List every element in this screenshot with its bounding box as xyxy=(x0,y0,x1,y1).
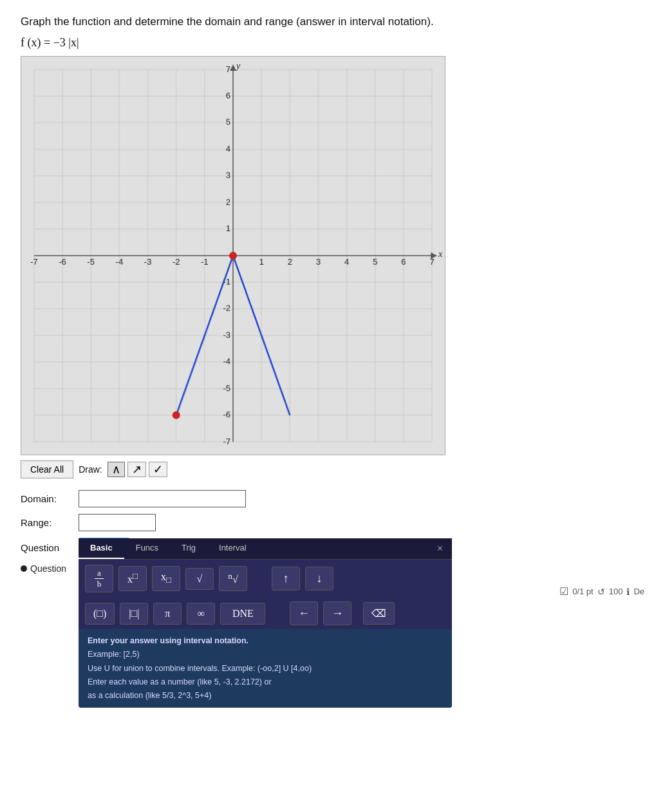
kb-right-btn[interactable]: → xyxy=(323,601,351,625)
kb-abs-btn[interactable]: |□| xyxy=(120,603,148,625)
kb-left-btn[interactable]: ← xyxy=(290,601,318,625)
kb-tab-basic[interactable]: Basic xyxy=(79,538,124,559)
kb-buttons-row2: (□) |□| π ∞ DNE ← → ⌫ xyxy=(79,598,452,629)
domain-row: Domain: xyxy=(21,490,644,507)
history-text: 100 xyxy=(609,587,623,596)
draw-tool-check[interactable]: ✓ xyxy=(149,462,167,477)
kb-pi-btn[interactable]: π xyxy=(153,603,182,625)
kb-nthroot-btn[interactable]: n√ xyxy=(219,566,247,590)
problem-title: Graph the function and determine the dom… xyxy=(21,15,644,28)
graph-controls: Clear All Draw: ∧ ↗ ✓ xyxy=(21,460,644,478)
history-icon: ↺ xyxy=(597,587,605,597)
kb-up-btn[interactable]: ↑ xyxy=(272,567,300,590)
draw-tool-arch[interactable]: ∧ xyxy=(108,462,125,477)
kb-infinity-btn[interactable]: ∞ xyxy=(187,603,215,625)
kb-buttons-row1: a b x□ x□ √ n√ ↑ ↓ xyxy=(79,560,452,598)
score-text: 0/1 pt xyxy=(572,587,594,596)
kb-hint: Enter your answer using interval notatio… xyxy=(79,629,452,708)
domain-input[interactable] xyxy=(79,490,246,507)
range-row: Range: Basic Funcs Trig Interval × xyxy=(21,514,644,531)
graph-area[interactable] xyxy=(21,56,445,455)
range-label: Range: xyxy=(21,517,72,528)
kb-hint-line2: Example: [2,5) xyxy=(88,648,443,661)
checkbox-icon: ☑ xyxy=(559,585,568,598)
question-text: Question xyxy=(30,563,66,574)
kb-hint-line5: as a calculation (like 5/3, 2^3, 5+4) xyxy=(88,689,443,703)
function-label: f (x) = −3 |x| xyxy=(21,36,644,50)
kb-tab-interval[interactable]: Interval xyxy=(207,538,258,559)
draw-label: Draw: xyxy=(79,464,102,475)
kb-hint-line4: Enter each value as a number (like 5, -3… xyxy=(88,675,443,689)
kb-xpower-btn[interactable]: x□ xyxy=(118,566,147,590)
math-keyboard: Basic Funcs Trig Interval × a b x□ x□ xyxy=(79,538,452,708)
kb-dne-btn[interactable]: DNE xyxy=(220,603,265,625)
kb-backspace-btn[interactable]: ⌫ xyxy=(363,602,395,625)
details-text[interactable]: De xyxy=(633,587,644,596)
kb-tab-trig[interactable]: Trig xyxy=(170,538,207,559)
kb-hint-line3: Use U for union to combine intervals. Ex… xyxy=(88,662,443,675)
kb-tab-funcs[interactable]: Funcs xyxy=(124,538,170,559)
draw-tool-line[interactable]: ↗ xyxy=(127,462,146,477)
kb-hint-line1: Enter your answer using interval notatio… xyxy=(88,634,443,648)
kb-close-button[interactable]: × xyxy=(428,538,452,559)
clear-all-button[interactable]: Clear All xyxy=(21,460,73,478)
kb-xsub-btn[interactable]: x□ xyxy=(152,566,180,590)
kb-down-btn[interactable]: ↓ xyxy=(305,567,333,590)
kb-paren-btn[interactable]: (□) xyxy=(85,603,115,625)
question-label: Question xyxy=(21,542,72,553)
domain-label: Domain: xyxy=(21,493,72,504)
keyboard-tabs: Basic Funcs Trig Interval × xyxy=(79,538,452,560)
range-input[interactable] xyxy=(79,514,156,531)
kb-fraction-btn[interactable]: a b xyxy=(85,565,113,592)
bullet-dot xyxy=(21,565,27,572)
info-icon[interactable]: ℹ xyxy=(626,587,630,597)
kb-sqrt-btn[interactable]: √ xyxy=(185,568,214,590)
